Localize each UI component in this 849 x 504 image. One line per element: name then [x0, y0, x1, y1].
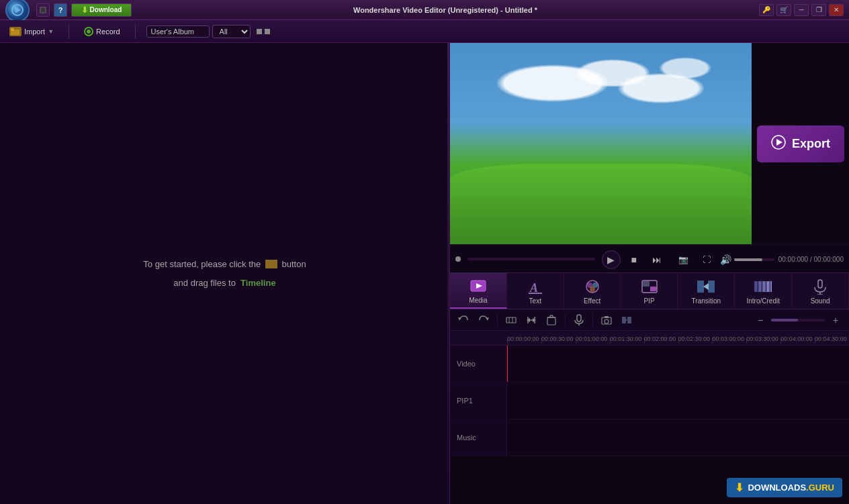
- pip-tab-icon: [640, 277, 659, 296]
- effect-tab-icon: [583, 277, 602, 296]
- tab-sound[interactable]: Sound: [792, 273, 849, 309]
- video-track: Video: [450, 346, 849, 383]
- svg-rect-45: [577, 315, 581, 321]
- volume-control: 🔊: [720, 254, 774, 265]
- hint-line-1: To get started, please click the button: [143, 255, 306, 274]
- watermark-text: DOWNLOADS.GURU: [748, 483, 834, 493]
- preview-video-wrapper: [450, 43, 752, 244]
- download-button[interactable]: ⬇ Download: [71, 3, 132, 17]
- svg-marker-30: [458, 317, 461, 320]
- svg-marker-6: [776, 139, 783, 146]
- edit-sep-1: [497, 313, 498, 327]
- ruler-marks-container: 00:00:00:0000:00:30:0000:01:00:0000:01:3…: [507, 331, 849, 344]
- intro-tab-icon: [754, 277, 772, 296]
- split-button[interactable]: [523, 312, 539, 328]
- minimize-button[interactable]: ─: [794, 4, 809, 16]
- tab-transition[interactable]: Transition: [678, 273, 735, 309]
- app-title: Wondershare Video Editor (Unregistered) …: [353, 6, 537, 14]
- import-button[interactable]: Import ▼: [5, 25, 58, 38]
- export-button[interactable]: Export: [757, 125, 844, 162]
- tab-pip[interactable]: PIP: [621, 273, 678, 309]
- svg-rect-25: [766, 281, 770, 292]
- right-column: Export ▶ ■: [450, 43, 849, 504]
- album-selector-group: User's Album All: [146, 25, 271, 38]
- svg-rect-50: [622, 317, 626, 323]
- titlebar-btn-1[interactable]: [36, 3, 50, 17]
- getting-started-hint: To get started, please click the button …: [143, 255, 306, 293]
- content-area: To get started, please click the button …: [0, 43, 849, 504]
- all-select[interactable]: All: [212, 25, 251, 38]
- hint-line-2: and drag files to Timeline: [143, 274, 306, 293]
- sound-tab-icon: [811, 277, 830, 296]
- svg-rect-16: [650, 287, 656, 291]
- grid-icon-2: [265, 29, 270, 34]
- redo-button[interactable]: [476, 312, 492, 328]
- watermark-badge: ⬇ DOWNLOADS.GURU: [727, 478, 842, 497]
- sound-tab-label: Sound: [811, 297, 830, 305]
- music-track-label: Music: [450, 419, 507, 456]
- detach-audio-button[interactable]: [619, 312, 635, 328]
- export-label: Export: [792, 137, 830, 151]
- zoom-in-button[interactable]: +: [828, 312, 844, 328]
- tabs-row: Media A Text: [450, 272, 849, 309]
- playhead: [507, 346, 508, 382]
- app-logo: [5, 0, 30, 22]
- tab-effect[interactable]: Effect: [564, 273, 621, 309]
- record-button[interactable]: Record: [80, 25, 124, 38]
- svg-rect-23: [758, 281, 762, 292]
- delete-button[interactable]: [543, 312, 560, 328]
- toolbar-sep-2: [135, 24, 136, 39]
- volume-bar[interactable]: [734, 258, 774, 261]
- svg-point-14: [590, 287, 595, 292]
- titlebar-left: ? ⬇ Download: [5, 0, 132, 22]
- time-display: 00:00:000 / 00:00:000: [778, 256, 844, 263]
- effect-tab-label: Effect: [584, 297, 600, 305]
- bottom-section: Media A Text: [450, 272, 849, 504]
- undo-button[interactable]: [455, 312, 472, 328]
- step-forward-button[interactable]: ⏭: [647, 250, 666, 269]
- svg-rect-4: [11, 28, 14, 31]
- view-toggle[interactable]: [256, 28, 271, 35]
- seekbar[interactable]: [467, 258, 595, 260]
- zoom-out-button[interactable]: −: [752, 312, 768, 328]
- hint-folder-icon: [265, 260, 277, 268]
- cart-icon[interactable]: 🛒: [776, 4, 791, 16]
- transition-tab-label: Transition: [692, 297, 721, 305]
- svg-rect-22: [754, 281, 758, 292]
- stop-button[interactable]: ■: [625, 250, 643, 269]
- restore-button[interactable]: ❐: [811, 4, 826, 16]
- svg-rect-27: [818, 280, 822, 288]
- text-tab-icon: A: [526, 277, 545, 296]
- svg-rect-48: [605, 316, 609, 318]
- titlebar-btn-2[interactable]: ?: [54, 3, 67, 17]
- timeline-ruler: 00:00:00:0000:00:30:0000:01:00:0000:01:3…: [450, 331, 849, 346]
- snapshot-button[interactable]: 📷: [674, 250, 693, 269]
- pip1-track-content[interactable]: [507, 383, 849, 419]
- key-icon[interactable]: 🔑: [759, 4, 774, 16]
- snapshot-tool-button[interactable]: [598, 312, 615, 328]
- music-track-content[interactable]: [507, 419, 849, 456]
- folder-icon: [9, 27, 21, 36]
- svg-rect-32: [506, 317, 516, 323]
- tab-text[interactable]: A Text: [507, 273, 564, 309]
- titlebar: ? ⬇ Download Wondershare Video Editor (U…: [0, 0, 849, 20]
- fullscreen-button[interactable]: ⛶: [697, 250, 716, 269]
- svg-marker-31: [486, 317, 489, 320]
- controls-row: [455, 256, 598, 262]
- tab-media[interactable]: Media: [450, 273, 507, 309]
- edit-clip-button[interactable]: [503, 312, 519, 328]
- video-track-content[interactable]: [507, 346, 849, 382]
- panel-divider: [447, 43, 449, 504]
- playback-buttons-row: ▶ ■ ⏭ 📷 ⛶ 🔊 00:00:000 / 00:00:000: [602, 250, 844, 269]
- zoom-container: − +: [752, 312, 844, 328]
- tab-intro[interactable]: Intro/Credit: [735, 273, 792, 309]
- close-button[interactable]: ✕: [829, 4, 844, 16]
- zoom-bar[interactable]: [771, 319, 825, 321]
- intro-tab-label: Intro/Credit: [746, 297, 779, 305]
- svg-rect-26: [770, 281, 772, 292]
- playback-controls: ▶ ■ ⏭ 📷 ⛶ 🔊 00:00:000 / 00:00:000: [450, 244, 849, 272]
- album-select[interactable]: User's Album: [146, 26, 210, 38]
- voiceover-button[interactable]: [571, 312, 587, 328]
- media-tab-icon: [469, 276, 488, 295]
- play-button[interactable]: ▶: [602, 250, 621, 269]
